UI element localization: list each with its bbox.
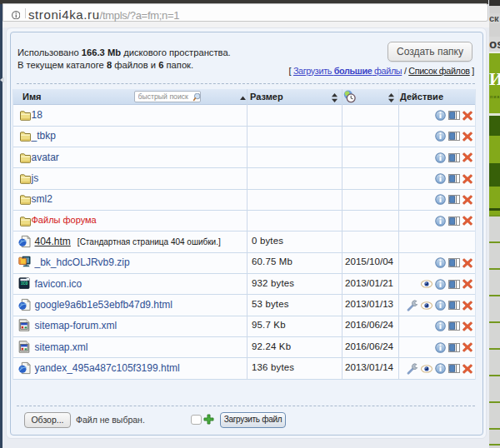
svg-text:ICO: ICO xyxy=(21,281,28,285)
